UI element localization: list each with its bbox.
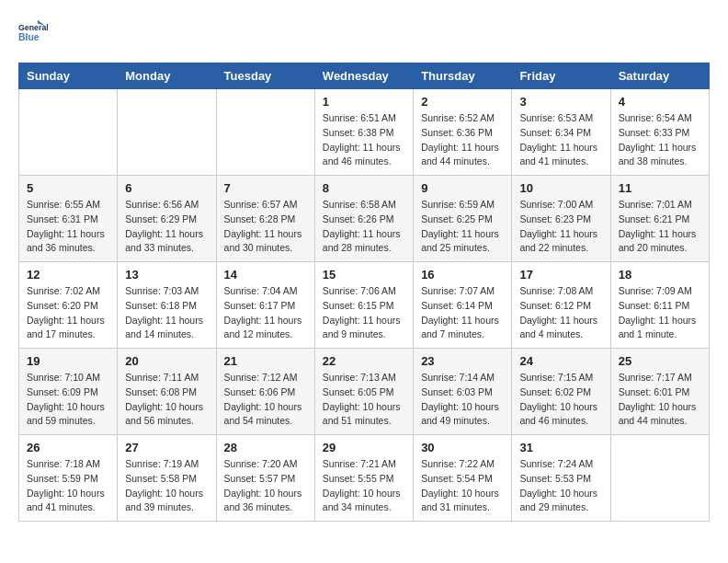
calendar-cell: 21Sunrise: 7:12 AM Sunset: 6:06 PM Dayli… xyxy=(216,349,314,435)
day-info: Sunrise: 7:00 AM Sunset: 6:23 PM Dayligh… xyxy=(519,198,602,256)
calendar-week-row: 1Sunrise: 6:51 AM Sunset: 6:38 PM Daylig… xyxy=(19,89,710,176)
day-info: Sunrise: 6:51 AM Sunset: 6:38 PM Dayligh… xyxy=(323,111,405,169)
day-number: 2 xyxy=(421,95,504,109)
calendar-cell: 31Sunrise: 7:24 AM Sunset: 5:53 PM Dayli… xyxy=(512,435,610,522)
day-info: Sunrise: 6:52 AM Sunset: 6:36 PM Dayligh… xyxy=(421,111,504,169)
calendar-cell: 14Sunrise: 7:04 AM Sunset: 6:17 PM Dayli… xyxy=(216,262,314,349)
day-info: Sunrise: 6:59 AM Sunset: 6:25 PM Dayligh… xyxy=(421,198,504,256)
day-info: Sunrise: 7:11 AM Sunset: 6:08 PM Dayligh… xyxy=(125,371,208,429)
day-number: 18 xyxy=(619,268,701,282)
logo: GeneralBlue xyxy=(18,18,48,48)
logo-icon: GeneralBlue xyxy=(18,18,48,48)
weekday-header: Friday xyxy=(512,63,610,89)
day-number: 5 xyxy=(27,181,109,195)
day-info: Sunrise: 7:13 AM Sunset: 6:05 PM Dayligh… xyxy=(323,371,405,429)
calendar-cell: 9Sunrise: 6:59 AM Sunset: 6:25 PM Daylig… xyxy=(414,176,512,262)
calendar-week-row: 12Sunrise: 7:02 AM Sunset: 6:20 PM Dayli… xyxy=(19,262,710,349)
calendar-cell: 29Sunrise: 7:21 AM Sunset: 5:55 PM Dayli… xyxy=(314,435,413,522)
day-info: Sunrise: 7:22 AM Sunset: 5:54 PM Dayligh… xyxy=(421,457,504,515)
calendar-cell xyxy=(118,89,216,176)
calendar-cell: 26Sunrise: 7:18 AM Sunset: 5:59 PM Dayli… xyxy=(19,435,118,522)
day-info: Sunrise: 6:57 AM Sunset: 6:28 PM Dayligh… xyxy=(224,198,307,256)
day-number: 11 xyxy=(619,181,701,195)
day-info: Sunrise: 7:07 AM Sunset: 6:14 PM Dayligh… xyxy=(421,284,504,342)
day-number: 16 xyxy=(421,268,504,282)
day-info: Sunrise: 7:15 AM Sunset: 6:02 PM Dayligh… xyxy=(519,371,602,429)
weekday-header: Sunday xyxy=(19,63,118,89)
weekday-header: Saturday xyxy=(610,63,709,89)
day-info: Sunrise: 7:08 AM Sunset: 6:12 PM Dayligh… xyxy=(519,284,602,342)
calendar-cell: 17Sunrise: 7:08 AM Sunset: 6:12 PM Dayli… xyxy=(512,262,610,349)
calendar-cell: 18Sunrise: 7:09 AM Sunset: 6:11 PM Dayli… xyxy=(610,262,709,349)
day-number: 17 xyxy=(519,268,602,282)
weekday-header: Tuesday xyxy=(216,63,314,89)
calendar-cell: 13Sunrise: 7:03 AM Sunset: 6:18 PM Dayli… xyxy=(118,262,216,349)
calendar-cell: 16Sunrise: 7:07 AM Sunset: 6:14 PM Dayli… xyxy=(414,262,512,349)
day-number: 10 xyxy=(519,181,602,195)
day-info: Sunrise: 7:21 AM Sunset: 5:55 PM Dayligh… xyxy=(323,457,405,515)
day-info: Sunrise: 6:53 AM Sunset: 6:34 PM Dayligh… xyxy=(519,111,602,169)
page-header: GeneralBlue xyxy=(18,18,710,48)
calendar-cell xyxy=(19,89,118,176)
calendar-week-row: 5Sunrise: 6:55 AM Sunset: 6:31 PM Daylig… xyxy=(19,176,710,262)
day-number: 14 xyxy=(224,268,307,282)
weekday-header: Wednesday xyxy=(314,63,413,89)
day-number: 30 xyxy=(421,441,504,454)
day-number: 15 xyxy=(323,268,405,282)
day-info: Sunrise: 6:56 AM Sunset: 6:29 PM Dayligh… xyxy=(125,198,208,256)
day-number: 28 xyxy=(224,441,307,454)
day-info: Sunrise: 6:58 AM Sunset: 6:26 PM Dayligh… xyxy=(323,198,405,256)
day-info: Sunrise: 7:17 AM Sunset: 6:01 PM Dayligh… xyxy=(619,371,701,429)
calendar-cell: 8Sunrise: 6:58 AM Sunset: 6:26 PM Daylig… xyxy=(314,176,413,262)
day-number: 21 xyxy=(224,354,307,368)
calendar-cell: 5Sunrise: 6:55 AM Sunset: 6:31 PM Daylig… xyxy=(19,176,118,262)
calendar-cell: 22Sunrise: 7:13 AM Sunset: 6:05 PM Dayli… xyxy=(314,349,413,435)
day-info: Sunrise: 7:24 AM Sunset: 5:53 PM Dayligh… xyxy=(519,457,602,515)
day-info: Sunrise: 7:10 AM Sunset: 6:09 PM Dayligh… xyxy=(27,371,109,429)
calendar-table: SundayMondayTuesdayWednesdayThursdayFrid… xyxy=(18,63,710,522)
calendar-week-row: 19Sunrise: 7:10 AM Sunset: 6:09 PM Dayli… xyxy=(19,349,710,435)
calendar-header-row: SundayMondayTuesdayWednesdayThursdayFrid… xyxy=(19,63,710,89)
calendar-cell: 10Sunrise: 7:00 AM Sunset: 6:23 PM Dayli… xyxy=(512,176,610,262)
day-number: 3 xyxy=(519,95,602,109)
day-number: 26 xyxy=(27,441,109,454)
calendar-cell: 24Sunrise: 7:15 AM Sunset: 6:02 PM Dayli… xyxy=(512,349,610,435)
day-number: 23 xyxy=(421,354,504,368)
day-info: Sunrise: 6:54 AM Sunset: 6:33 PM Dayligh… xyxy=(619,111,701,169)
calendar-cell: 3Sunrise: 6:53 AM Sunset: 6:34 PM Daylig… xyxy=(512,89,610,176)
calendar-cell: 2Sunrise: 6:52 AM Sunset: 6:36 PM Daylig… xyxy=(414,89,512,176)
day-number: 4 xyxy=(619,95,701,109)
calendar-cell: 23Sunrise: 7:14 AM Sunset: 6:03 PM Dayli… xyxy=(414,349,512,435)
svg-text:Blue: Blue xyxy=(18,32,40,42)
day-number: 22 xyxy=(323,354,405,368)
day-number: 27 xyxy=(125,441,208,454)
calendar-cell: 1Sunrise: 6:51 AM Sunset: 6:38 PM Daylig… xyxy=(314,89,413,176)
calendar-cell: 27Sunrise: 7:19 AM Sunset: 5:58 PM Dayli… xyxy=(118,435,216,522)
day-info: Sunrise: 7:20 AM Sunset: 5:57 PM Dayligh… xyxy=(224,457,307,515)
day-info: Sunrise: 7:18 AM Sunset: 5:59 PM Dayligh… xyxy=(27,457,109,515)
day-info: Sunrise: 7:01 AM Sunset: 6:21 PM Dayligh… xyxy=(619,198,701,256)
day-info: Sunrise: 7:06 AM Sunset: 6:15 PM Dayligh… xyxy=(323,284,405,342)
calendar-cell: 12Sunrise: 7:02 AM Sunset: 6:20 PM Dayli… xyxy=(19,262,118,349)
weekday-header: Monday xyxy=(118,63,216,89)
day-info: Sunrise: 7:04 AM Sunset: 6:17 PM Dayligh… xyxy=(224,284,307,342)
day-number: 25 xyxy=(619,354,701,368)
calendar-cell: 4Sunrise: 6:54 AM Sunset: 6:33 PM Daylig… xyxy=(610,89,709,176)
day-number: 1 xyxy=(323,95,405,109)
calendar-cell: 20Sunrise: 7:11 AM Sunset: 6:08 PM Dayli… xyxy=(118,349,216,435)
day-info: Sunrise: 7:09 AM Sunset: 6:11 PM Dayligh… xyxy=(619,284,701,342)
day-number: 7 xyxy=(224,181,307,195)
calendar-cell xyxy=(610,435,709,522)
weekday-header: Thursday xyxy=(414,63,512,89)
day-number: 20 xyxy=(125,354,208,368)
day-number: 6 xyxy=(125,181,208,195)
calendar-cell: 6Sunrise: 6:56 AM Sunset: 6:29 PM Daylig… xyxy=(118,176,216,262)
day-number: 12 xyxy=(27,268,109,282)
day-number: 8 xyxy=(323,181,405,195)
calendar-cell: 25Sunrise: 7:17 AM Sunset: 6:01 PM Dayli… xyxy=(610,349,709,435)
calendar-cell xyxy=(216,89,314,176)
day-number: 19 xyxy=(27,354,109,368)
svg-text:General: General xyxy=(18,23,48,32)
day-info: Sunrise: 6:55 AM Sunset: 6:31 PM Dayligh… xyxy=(27,198,109,256)
day-info: Sunrise: 7:19 AM Sunset: 5:58 PM Dayligh… xyxy=(125,457,208,515)
